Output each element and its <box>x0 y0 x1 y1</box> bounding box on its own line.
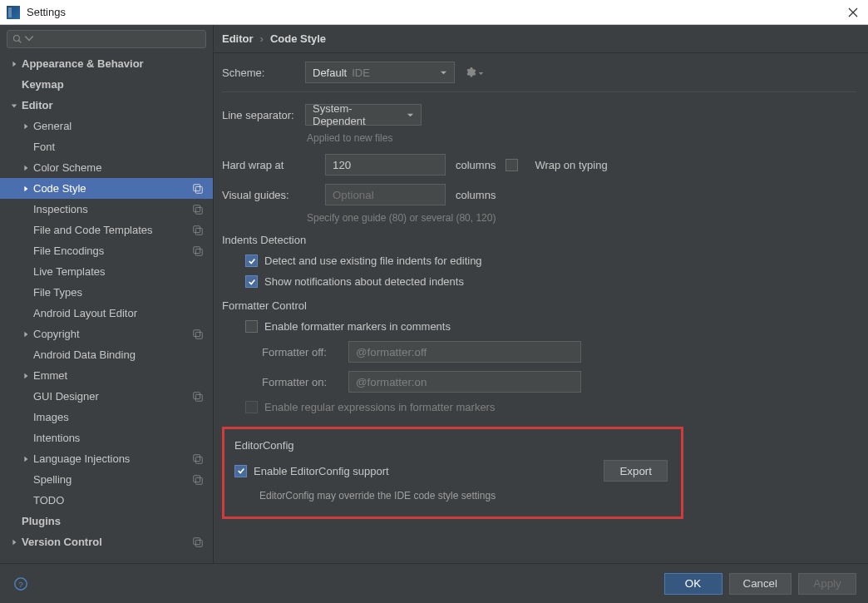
tree-chevron-icon[interactable] <box>7 61 22 67</box>
editorconfig-group: EditorConfig Enable EditorConfig support… <box>222 427 683 519</box>
scope-badge-icon <box>188 245 208 257</box>
scope-badge-icon <box>188 453 208 465</box>
show-notifications-checkbox[interactable] <box>245 275 258 288</box>
breadcrumb: Editor › Code Style <box>214 25 868 53</box>
indents-title: Indents Detection <box>222 234 856 246</box>
svg-rect-6 <box>195 228 202 235</box>
sidebar-item-keymap[interactable]: Keymap <box>0 74 213 95</box>
enable-regex-checkbox[interactable] <box>245 401 258 413</box>
enable-markers-checkbox[interactable] <box>245 320 258 333</box>
sidebar-item-plugins[interactable]: Plugins <box>0 511 213 531</box>
help-icon: ? <box>13 576 28 591</box>
apply-button[interactable]: Apply <box>798 573 856 595</box>
sidebar-item-editor[interactable]: Editor <box>0 95 213 116</box>
window-title: Settings <box>27 6 845 18</box>
svg-rect-2 <box>195 186 202 193</box>
cancel-button[interactable]: Cancel <box>729 573 792 595</box>
search-input[interactable] <box>7 30 206 48</box>
sidebar-item-images[interactable]: Images <box>0 407 213 428</box>
sidebar-item-language-injections[interactable]: Language Injections <box>0 448 213 469</box>
scheme-gear-button[interactable] <box>465 67 484 79</box>
enable-regex-label: Enable regular expressions in formatter … <box>264 401 495 413</box>
sidebar-item-android-data-binding[interactable]: Android Data Binding <box>0 344 213 365</box>
hard-wrap-input[interactable] <box>325 154 446 175</box>
sidebar-item-label: Version Control <box>22 536 188 548</box>
visual-guides-label: Visual guides: <box>222 189 297 201</box>
tree-chevron-icon[interactable] <box>18 185 33 192</box>
sidebar-item-label: General <box>33 120 188 132</box>
sidebar-item-label: Intentions <box>33 432 188 444</box>
hard-wrap-label: Hard wrap at <box>222 159 297 171</box>
sidebar-item-label: Copyright <box>33 328 188 340</box>
svg-rect-17 <box>194 537 200 544</box>
sidebar-item-intentions[interactable]: Intentions <box>0 428 213 448</box>
breadcrumb-parent[interactable]: Editor <box>222 32 254 45</box>
sidebar-item-appearance-behavior[interactable]: Appearance & Behavior <box>0 53 213 74</box>
sidebar-item-label: Android Layout Editor <box>33 307 188 319</box>
svg-rect-10 <box>195 332 202 339</box>
sidebar-item-inspections[interactable]: Inspections <box>0 199 213 220</box>
sidebar-item-spelling[interactable]: Spelling <box>0 469 213 490</box>
sidebar-item-font[interactable]: Font <box>0 136 213 157</box>
svg-rect-4 <box>195 207 202 214</box>
sidebar-item-todo[interactable]: TODO <box>0 490 213 511</box>
tree-chevron-icon[interactable] <box>18 373 33 379</box>
sidebar-item-general[interactable]: General <box>0 116 213 136</box>
dialog-footer: ? OK Cancel Apply <box>0 563 868 603</box>
sidebar-item-live-templates[interactable]: Live Templates <box>0 261 213 282</box>
export-button[interactable]: Export <box>604 460 668 482</box>
tree-chevron-icon[interactable] <box>18 331 33 338</box>
svg-rect-18 <box>195 540 202 546</box>
sidebar-item-gui-designer[interactable]: GUI Designer <box>0 386 213 407</box>
sidebar-item-file-encodings[interactable]: File Encodings <box>0 240 213 261</box>
sidebar-item-emmet[interactable]: Emmet <box>0 365 213 386</box>
formatter-off-input[interactable] <box>348 341 581 363</box>
sidebar-item-label: TODO <box>33 494 188 507</box>
wrap-on-typing-checkbox[interactable] <box>506 159 518 171</box>
line-separator-select[interactable]: System-Dependent <box>305 104 422 126</box>
sidebar-item-label: File Encodings <box>33 245 188 257</box>
svg-rect-16 <box>195 477 202 484</box>
tree-chevron-icon[interactable] <box>18 456 33 462</box>
enable-editorconfig-label: Enable EditorConfig support <box>254 465 389 477</box>
sidebar-item-label: Images <box>33 411 188 423</box>
scope-badge-icon <box>188 391 208 403</box>
svg-rect-8 <box>195 249 202 255</box>
svg-text:?: ? <box>18 579 23 588</box>
scope-badge-icon <box>188 204 208 215</box>
sidebar-item-file-and-code-templates[interactable]: File and Code Templates <box>0 220 213 240</box>
search-icon <box>12 34 22 44</box>
ok-button[interactable]: OK <box>664 573 723 595</box>
sidebar-item-label: Spelling <box>33 473 188 486</box>
settings-tree: Appearance & BehaviorKeymapEditorGeneral… <box>0 52 213 563</box>
sidebar-item-version-control[interactable]: Version Control <box>0 531 213 552</box>
svg-rect-15 <box>194 475 200 482</box>
detect-indents-label: Detect and use existing file indents for… <box>264 255 482 267</box>
scheme-select[interactable]: Default IDE <box>305 62 455 83</box>
scope-badge-icon <box>188 536 208 548</box>
line-separator-label: Line separator: <box>222 109 305 121</box>
visual-guides-input[interactable] <box>325 184 446 205</box>
sidebar-item-color-scheme[interactable]: Color Scheme <box>0 157 213 178</box>
sidebar-item-copyright[interactable]: Copyright <box>0 324 213 344</box>
editorconfig-hint: EditorConfig may override the IDE code s… <box>234 490 668 502</box>
sidebar-item-file-types[interactable]: File Types <box>0 282 213 303</box>
sidebar-item-label: Language Injections <box>33 452 188 465</box>
sidebar-item-android-layout-editor[interactable]: Android Layout Editor <box>0 303 213 324</box>
sidebar-item-label: Live Templates <box>33 265 188 278</box>
sidebar-item-label: Android Data Binding <box>33 348 188 361</box>
tree-chevron-icon[interactable] <box>18 123 33 130</box>
help-button[interactable]: ? <box>12 575 30 593</box>
enable-editorconfig-checkbox[interactable] <box>234 465 247 477</box>
close-button[interactable] <box>845 4 861 21</box>
sidebar-item-label: Font <box>33 141 188 153</box>
tree-chevron-icon[interactable] <box>18 165 33 171</box>
settings-sidebar: Appearance & BehaviorKeymapEditorGeneral… <box>0 25 214 563</box>
tree-chevron-icon[interactable] <box>7 539 22 546</box>
sidebar-item-code-style[interactable]: Code Style <box>0 178 213 199</box>
tree-chevron-icon[interactable] <box>7 102 22 109</box>
enable-markers-label: Enable formatter markers in comments <box>264 320 451 333</box>
scope-badge-icon <box>188 183 208 195</box>
formatter-on-input[interactable] <box>348 371 581 393</box>
detect-indents-checkbox[interactable] <box>245 255 258 267</box>
